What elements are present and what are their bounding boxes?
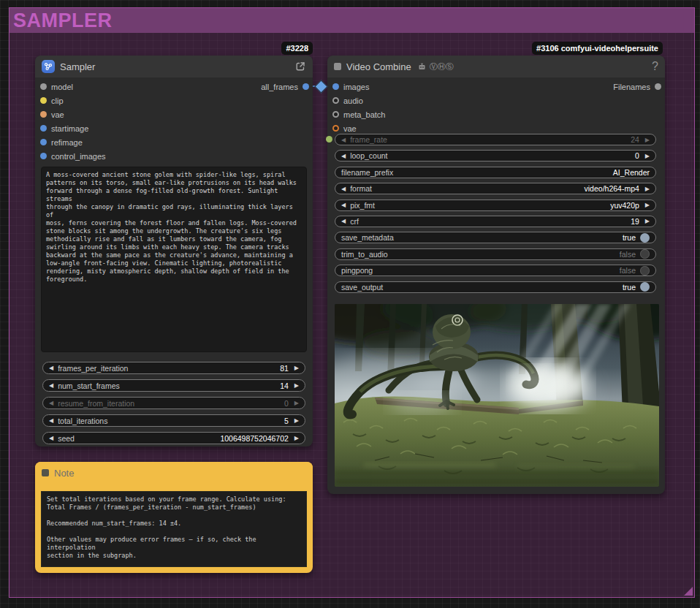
decrement-arrow-icon[interactable]: ◀: [49, 435, 53, 441]
sampler-node: Sampler model clip vae startimage: [35, 56, 313, 446]
toggle-knob[interactable]: [640, 266, 650, 276]
widget-pix-fmt[interactable]: ◀ pix_fmt yuv420p ▶: [335, 200, 656, 211]
group-resize-handle[interactable]: [684, 587, 693, 596]
group-title: SAMPLER: [13, 10, 113, 32]
toggle-knob[interactable]: [640, 282, 650, 292]
decrement-arrow-icon[interactable]: ◀: [49, 365, 53, 371]
port-dot-model[interactable]: [40, 83, 47, 90]
widget-label: save_output: [341, 283, 383, 292]
widget-num-start-frames[interactable]: ◀ num_start_frames 14 ▶: [42, 379, 305, 392]
decrement-arrow-icon[interactable]: ◀: [49, 400, 53, 406]
increment-arrow-icon[interactable]: ▶: [294, 417, 299, 424]
subgraph-icon: [42, 60, 55, 73]
widget-label: filename_prefix: [341, 168, 393, 177]
input-port-meta-batch: meta_batch: [327, 107, 665, 121]
widget-label: seed: [58, 434, 75, 443]
port-dot-frame-rate-input[interactable]: [326, 136, 332, 142]
widget-label: resume_from_iteration: [58, 399, 134, 408]
output-port-filenames: Filenames: [613, 80, 661, 94]
port-dot-meta-batch[interactable]: [332, 111, 339, 118]
port-dot-control-images[interactable]: [40, 153, 47, 159]
note-text-widget[interactable]: Set total iterations based on your frame…: [41, 491, 307, 567]
port-dot-audio[interactable]: [332, 97, 339, 104]
increment-arrow-icon[interactable]: ▶: [645, 153, 650, 159]
widget-value: 81: [280, 364, 289, 373]
widget-format[interactable]: ◀ format video/h264-mp4 ▶: [335, 183, 656, 194]
increment-arrow-icon[interactable]: ▶: [645, 137, 650, 143]
toggle-knob[interactable]: [640, 233, 650, 243]
input-port-refimage: refimage: [35, 135, 313, 149]
port-label: model: [51, 83, 73, 91]
widget-value: 0: [635, 151, 639, 160]
video-combine-node-title: Video Combine: [346, 61, 411, 72]
widget-label: frame_rate: [350, 135, 387, 144]
help-question-icon[interactable]: ?: [652, 60, 658, 73]
decrement-arrow-icon[interactable]: ◀: [341, 186, 346, 192]
widget-label: pix_fmt: [350, 201, 375, 210]
increment-arrow-icon[interactable]: ▶: [645, 186, 650, 192]
increment-arrow-icon[interactable]: ▶: [294, 365, 299, 371]
port-label: meta_batch: [343, 110, 385, 119]
video-preview[interactable]: [335, 304, 659, 487]
port-dot-all-frames[interactable]: [303, 83, 309, 90]
widget-resume-from-iteration[interactable]: ◀ resume_from_iteration 0 ▶: [42, 397, 305, 409]
widget-pingpong[interactable]: pingpong false: [335, 265, 656, 276]
decrement-arrow-icon[interactable]: ◀: [341, 218, 346, 224]
video-combine-node: Video Combine ⓋⒽⓈ ? images audio meta_ba…: [327, 56, 665, 494]
port-dot-images[interactable]: [332, 83, 339, 90]
input-port-clip: clip: [35, 94, 313, 107]
widget-save-metadata[interactable]: save_metadata true: [335, 232, 656, 243]
decrement-arrow-icon[interactable]: ◀: [341, 137, 346, 143]
increment-arrow-icon[interactable]: ▶: [294, 382, 299, 389]
widget-loop-count[interactable]: ◀ loop_count 0 ▶: [335, 150, 656, 162]
vhs-suite-letters: ⓋⒽⓈ: [430, 61, 454, 72]
prompt-text-widget[interactable]: A moss-covered ancient stone golem with …: [41, 167, 307, 352]
port-dot-filenames[interactable]: [655, 83, 661, 90]
widget-frames-per-iteration[interactable]: ◀ frames_per_iteration 81 ▶: [42, 362, 305, 374]
widget-save-output[interactable]: save_output true: [335, 281, 656, 293]
sampler-node-header[interactable]: Sampler: [35, 56, 313, 77]
port-dot-startimage[interactable]: [40, 125, 47, 132]
widget-label: save_metadata: [341, 233, 394, 242]
widget-value: yuv420p: [610, 201, 639, 210]
port-label: audio: [343, 96, 363, 105]
group-header[interactable]: SAMPLER: [9, 8, 694, 33]
input-port-startimage: startimage: [35, 121, 313, 135]
port-dot-refimage[interactable]: [40, 139, 47, 145]
port-dot-vae[interactable]: [332, 125, 339, 132]
input-port-vae: vae: [35, 107, 313, 121]
widget-value: true: [623, 283, 636, 292]
widget-label: format: [350, 184, 372, 193]
widget-label: frames_per_iteration: [58, 364, 128, 373]
increment-arrow-icon[interactable]: ▶: [294, 435, 299, 441]
decrement-arrow-icon[interactable]: ◀: [341, 202, 346, 208]
expand-subgraph-icon[interactable]: [294, 61, 306, 72]
decrement-arrow-icon[interactable]: ◀: [49, 417, 53, 424]
collapse-box-icon[interactable]: [334, 63, 341, 70]
widget-seed[interactable]: ◀ seed 1006498752046702 ▶: [42, 432, 305, 444]
widget-crf[interactable]: ◀ crf 19 ▶: [335, 216, 656, 227]
port-label: Filenames: [613, 83, 650, 91]
port-label: refimage: [51, 138, 83, 147]
widget-value: AI_Render: [613, 168, 650, 177]
vhs-robot-icon: [417, 62, 427, 72]
toggle-knob[interactable]: [640, 249, 650, 259]
widget-value: 1006498752046702: [220, 434, 288, 443]
widget-trim-to-audio[interactable]: trim_to_audio false: [335, 248, 656, 260]
decrement-arrow-icon[interactable]: ◀: [341, 153, 346, 159]
increment-arrow-icon[interactable]: ▶: [645, 202, 650, 208]
decrement-arrow-icon[interactable]: ◀: [49, 382, 53, 389]
widget-value: 0: [284, 399, 289, 408]
widget-frame-rate[interactable]: ◀ frame_rate 24 ▶: [335, 134, 656, 145]
collapse-box-icon[interactable]: [42, 469, 49, 476]
widget-value: false: [620, 250, 636, 259]
increment-arrow-icon[interactable]: ▶: [294, 400, 299, 406]
widget-total-iterations[interactable]: ◀ total_iterations 5 ▶: [42, 414, 305, 427]
port-dot-vae[interactable]: [40, 111, 47, 118]
video-combine-node-header[interactable]: Video Combine ⓋⒽⓈ ?: [327, 56, 665, 77]
note-node-header[interactable]: Note: [35, 462, 313, 484]
increment-arrow-icon[interactable]: ▶: [645, 218, 650, 224]
sampler-node-id-badge: #3228: [281, 42, 313, 55]
widget-filename-prefix[interactable]: filename_prefix AI_Render: [335, 167, 656, 178]
port-dot-clip[interactable]: [40, 97, 47, 104]
